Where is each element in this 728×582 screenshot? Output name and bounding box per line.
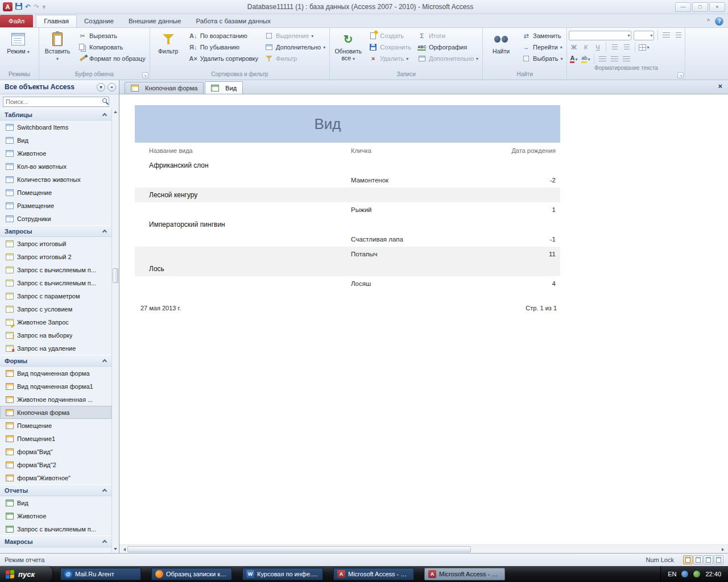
nav-item[interactable]: Запрос с вычисляемым п... bbox=[0, 522, 111, 535]
numbering-button[interactable] bbox=[673, 31, 683, 40]
nav-item[interactable]: Животное Запрос bbox=[0, 315, 111, 329]
underline-button[interactable]: Ч bbox=[593, 43, 602, 52]
scroll-right-icon[interactable] bbox=[722, 548, 726, 551]
nav-item[interactable]: Запрос с условием bbox=[0, 302, 111, 315]
tab-create[interactable]: Создание bbox=[77, 15, 121, 27]
clipboard-dialog-launcher-icon[interactable]: ↘ bbox=[142, 72, 148, 78]
align-right-button[interactable] bbox=[622, 55, 631, 64]
tab-switchboard-form[interactable]: Кнопочная форма bbox=[125, 82, 204, 94]
minimize-ribbon-icon[interactable]: ^ bbox=[707, 18, 710, 24]
nav-item[interactable]: Вид подчиненная форма1 bbox=[0, 380, 111, 393]
advanced-filter-button[interactable]: Дополнительно▾ bbox=[262, 41, 328, 53]
paste-button[interactable]: Вставить▾ bbox=[41, 30, 74, 64]
nav-scrollbar-thumb[interactable] bbox=[113, 268, 118, 283]
language-indicator[interactable]: EN bbox=[668, 571, 676, 577]
nav-item[interactable]: Запрос на выборку bbox=[0, 329, 111, 342]
italic-button[interactable]: К bbox=[581, 43, 590, 52]
chevron-up-icon[interactable] bbox=[102, 113, 107, 118]
nav-item[interactable]: Запрос на удаление bbox=[0, 342, 111, 355]
view-mode-button[interactable]: Режим ▾ bbox=[2, 30, 35, 57]
close-button[interactable]: × bbox=[709, 2, 725, 12]
save-record-button[interactable]: Сохранить bbox=[366, 41, 413, 53]
tab-database-tools[interactable]: Работа с базами данных bbox=[188, 15, 278, 27]
sort-descending-button[interactable]: Я↓По убыванию bbox=[187, 41, 260, 53]
nav-section-header[interactable]: Макросы bbox=[0, 535, 111, 547]
sort-ascending-button[interactable]: А↓По возрастанию bbox=[187, 30, 260, 41]
maximize-button[interactable]: □ bbox=[692, 2, 708, 12]
scroll-up-icon[interactable] bbox=[112, 108, 119, 115]
align-center-button[interactable] bbox=[610, 55, 619, 64]
navigation-pane-header[interactable]: Все объекты Access ▾ « bbox=[0, 80, 119, 94]
layout-view-button[interactable] bbox=[704, 555, 713, 564]
taskbar-button[interactable]: W Курсовая по инфе.d... bbox=[242, 568, 323, 580]
taskbar-button[interactable]: Образец записки к к... bbox=[151, 568, 232, 580]
totals-button[interactable]: ΣИтоги bbox=[415, 30, 481, 41]
select-button[interactable]: Выбрать▾ bbox=[519, 53, 565, 64]
close-document-icon[interactable]: × bbox=[718, 82, 722, 90]
nav-item[interactable]: Запрос итоговый 2 bbox=[0, 250, 111, 263]
indent-decrease-button[interactable] bbox=[610, 43, 619, 52]
delete-record-button[interactable]: ×Удалить▾ bbox=[366, 53, 413, 64]
nav-item[interactable]: Помещение1 bbox=[0, 432, 111, 445]
font-name-combo[interactable]: ▾ bbox=[569, 31, 631, 40]
tab-file[interactable]: Файл bbox=[0, 15, 33, 27]
clear-sort-button[interactable]: А×Удалить сортировку bbox=[187, 53, 260, 64]
nav-item[interactable]: Размещение bbox=[0, 199, 111, 212]
selection-button[interactable]: Выделение▾ bbox=[262, 30, 328, 41]
save-button[interactable] bbox=[15, 2, 22, 12]
nav-item[interactable]: Вид подчиненная форма bbox=[0, 367, 111, 380]
spelling-button[interactable]: ABCОрфография bbox=[415, 41, 481, 53]
start-button[interactable]: пуск bbox=[0, 566, 52, 582]
font-color-button[interactable]: А▾ bbox=[569, 55, 578, 64]
nav-section-header[interactable]: Запросы bbox=[0, 225, 111, 237]
nav-item[interactable]: Сотрудники bbox=[0, 212, 111, 225]
taskbar-button[interactable]: @ Mail.Ru Агент bbox=[60, 568, 141, 580]
nav-item[interactable]: Switchboard Items bbox=[0, 120, 111, 134]
copy-button[interactable]: Копировать bbox=[76, 41, 148, 53]
clock[interactable]: 22:40 bbox=[705, 571, 721, 577]
search-input[interactable] bbox=[3, 97, 109, 107]
cut-button[interactable]: ✂Вырезать bbox=[76, 30, 148, 41]
redo-button[interactable]: ↷ bbox=[34, 2, 39, 11]
nav-item[interactable]: форма"Вид" bbox=[0, 445, 111, 458]
nav-menu-dropdown-icon[interactable]: ▾ bbox=[97, 83, 105, 92]
shutter-bar-close-icon[interactable]: « bbox=[107, 83, 116, 92]
tray-app-icon[interactable] bbox=[681, 571, 688, 577]
nav-item[interactable]: форма"Вид"2 bbox=[0, 458, 111, 471]
taskbar-button[interactable]: A Microsoft Access - Da... bbox=[333, 568, 414, 580]
nav-item[interactable]: Количество животных bbox=[0, 173, 111, 186]
nav-section-header[interactable]: Формы bbox=[0, 355, 111, 367]
nav-item[interactable]: Помещение bbox=[0, 186, 111, 199]
access-app-icon[interactable]: A bbox=[3, 2, 13, 11]
bold-button[interactable]: Ж bbox=[569, 43, 578, 52]
refresh-all-button[interactable]: ↻ Обновить все ▾ bbox=[332, 30, 365, 64]
format-painter-button[interactable]: Формат по образцу bbox=[76, 53, 148, 64]
align-left-button[interactable] bbox=[598, 55, 607, 64]
font-size-combo[interactable]: ▾ bbox=[634, 31, 654, 40]
tab-external-data[interactable]: Внешние данные bbox=[121, 15, 188, 27]
nav-item[interactable]: Животное подчиненная ... bbox=[0, 393, 111, 406]
scroll-down-icon[interactable] bbox=[112, 546, 119, 553]
goto-button[interactable]: →Перейти▾ bbox=[519, 41, 565, 53]
bullets-button[interactable] bbox=[661, 31, 671, 40]
gridlines-button[interactable]: ▾ bbox=[639, 43, 649, 52]
help-icon[interactable]: ? bbox=[715, 17, 723, 26]
tab-vid-report[interactable]: Вид bbox=[205, 81, 243, 94]
more-records-button[interactable]: Дополнительно▾ bbox=[415, 53, 481, 64]
scroll-left-icon[interactable] bbox=[122, 548, 126, 551]
highlight-color-button[interactable]: ab▾ bbox=[581, 55, 590, 64]
find-button[interactable]: Найти bbox=[485, 30, 518, 56]
chevron-up-icon[interactable] bbox=[102, 489, 107, 493]
nav-item[interactable]: Кол-во животных bbox=[0, 160, 111, 173]
replace-button[interactable]: ⇄Заменить bbox=[519, 30, 565, 41]
nav-item[interactable]: Вид bbox=[0, 496, 111, 509]
nav-item[interactable]: Запрос с параметром bbox=[0, 289, 111, 302]
tray-status-icon[interactable] bbox=[693, 571, 700, 577]
nav-item[interactable]: Вид bbox=[0, 134, 111, 147]
toggle-filter-button[interactable]: Фильтр bbox=[262, 53, 328, 64]
design-view-button[interactable] bbox=[714, 555, 723, 564]
taskbar-button[interactable]: A Microsoft Access - Da... bbox=[424, 568, 505, 580]
nav-section-header[interactable]: Таблицы bbox=[0, 109, 111, 120]
nav-item[interactable]: Животное bbox=[0, 509, 111, 522]
nav-item[interactable]: Животное bbox=[0, 147, 111, 160]
